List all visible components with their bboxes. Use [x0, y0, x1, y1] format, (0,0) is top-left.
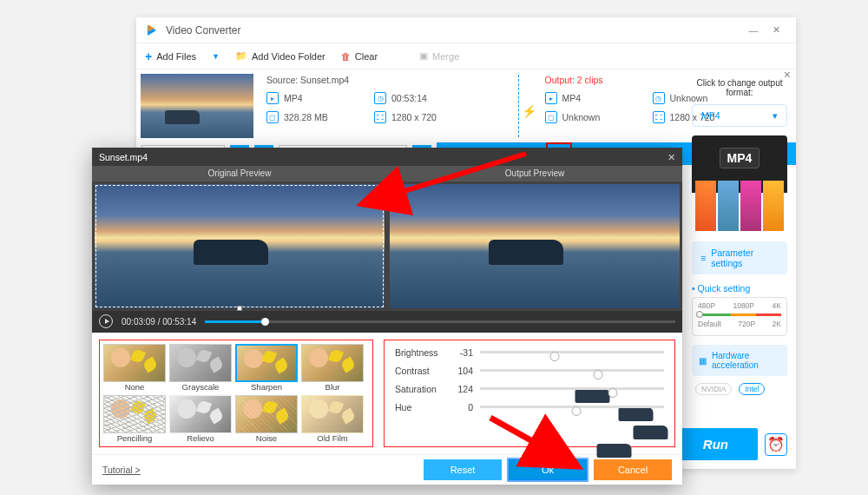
output-preview [390, 184, 680, 307]
dialog-titlebar: Sunset.mp4 ✕ [92, 148, 682, 166]
folder-icon: 📁 [235, 50, 247, 62]
nvidia-badge: NVIDIA [695, 383, 732, 395]
app-title: Video Converter [166, 24, 241, 36]
effect-old film[interactable]: Old Film [301, 395, 364, 443]
effect-label: Sharpen [235, 382, 298, 392]
adjustments-panel: Brightness-31 Contrast104 Saturation124 … [384, 340, 675, 447]
merge-button[interactable]: ▣Merge [419, 50, 459, 62]
effect-thumb [103, 344, 166, 382]
brightness-slider[interactable]: Brightness-31 [395, 347, 664, 358]
parameter-settings-button[interactable]: ≡Parameter settings [692, 241, 787, 274]
effect-sharpen[interactable]: Sharpen [235, 344, 298, 392]
preview-area [92, 182, 682, 310]
effect-label: Grayscale [169, 382, 232, 392]
format-icon: ▸ [266, 92, 279, 104]
dialog-footer: Tutorial > Reset Ok Cancel [92, 454, 682, 485]
effect-thumb [301, 395, 364, 433]
output-format: ▸MP4 [545, 92, 632, 104]
quick-setting-slider[interactable]: 480P1080P4K Default720P2K [692, 297, 787, 336]
clear-button[interactable]: 🗑Clear [341, 51, 378, 62]
effect-thumb [235, 344, 298, 382]
add-files-button[interactable]: +Add Files [145, 50, 196, 63]
trash-icon: 🗑 [341, 51, 351, 62]
effect-pencilling[interactable]: Pencilling [103, 395, 166, 443]
schedule-button[interactable]: ⏰ [765, 433, 787, 456]
format-icon: ▸ [545, 92, 557, 104]
titlebar: Video Converter — ✕ [136, 17, 796, 43]
effect-thumb [169, 395, 232, 433]
clock-icon: ◷ [374, 92, 386, 104]
effect-none[interactable]: None [103, 344, 166, 392]
effects-dialog: Sunset.mp4 ✕ Original Preview Output Pre… [92, 148, 682, 485]
effect-grayscale[interactable]: Grayscale [169, 344, 232, 392]
effect-relievo[interactable]: Relievo [169, 395, 232, 443]
contrast-slider[interactable]: Contrast104 [395, 366, 664, 376]
hw-badges: NVIDIAIntel [692, 376, 787, 402]
run-button[interactable]: Run [674, 428, 758, 460]
resolution-icon: ⛶ [374, 111, 386, 123]
intel-badge: Intel [739, 383, 765, 395]
quick-setting-label: • Quick setting [692, 283, 787, 294]
source-resolution: ⛶1280 x 720 [374, 111, 461, 123]
source-info: Source: Sunset.mp4 ▸MP4 ◷00:53:14 ▢328.2… [258, 75, 519, 137]
change-format-label: Click to change output format: [692, 78, 787, 97]
tutorial-link[interactable]: Tutorial > [102, 465, 141, 475]
effect-thumb [103, 395, 166, 433]
output-format-select[interactable]: MP4▾ [692, 104, 787, 127]
effect-label: Old Film [301, 433, 364, 443]
close-button[interactable]: ✕ [765, 22, 787, 39]
effect-thumb [169, 344, 232, 382]
right-panel: Click to change output format: MP4▾ MP4 … [683, 69, 796, 411]
original-preview[interactable] [95, 184, 385, 307]
effect-label: Blur [301, 382, 364, 392]
effect-label: Pencilling [103, 433, 166, 443]
dialog-close-icon[interactable]: ✕ [667, 152, 675, 162]
effect-noise[interactable]: Noise [235, 395, 298, 443]
original-preview-label: Original Preview [92, 166, 387, 182]
saturation-slider[interactable]: Saturation124 [395, 384, 664, 394]
effects-panel: NoneGrayscaleSharpenBlurPencillingReliev… [99, 340, 373, 447]
playback-bar: 00:03:09 / 00:53:14 [92, 311, 682, 333]
play-button[interactable] [99, 314, 113, 328]
add-files-dropdown-icon[interactable]: ▼ [212, 52, 220, 61]
chevron-down-icon: ▾ [773, 110, 778, 121]
format-preview[interactable]: MP4 [692, 135, 787, 231]
crop-handle[interactable] [237, 306, 242, 311]
ok-button[interactable]: Ok [509, 459, 587, 480]
app-logo-icon [145, 23, 159, 37]
effect-blur[interactable]: Blur [301, 344, 364, 392]
preview-header: Original Preview Output Preview [92, 166, 682, 182]
effect-thumb [235, 395, 298, 433]
merge-icon: ▣ [419, 50, 428, 62]
hardware-accel-button[interactable]: ▦Hardware acceleration [692, 345, 787, 376]
source-label: Source: Sunset.mp4 [266, 75, 510, 85]
effect-label: None [103, 382, 166, 392]
sliders-icon: ≡ [700, 253, 706, 263]
effect-label: Noise [235, 433, 298, 443]
main-toolbar: +Add Files ▼ 📁Add Video Folder 🗑Clear ▣M… [136, 43, 796, 69]
reset-button[interactable]: Reset [424, 459, 502, 480]
size-icon: ▢ [545, 111, 557, 123]
mp4-badge: MP4 [720, 148, 760, 168]
effect-label: Relievo [169, 433, 232, 443]
add-folder-button[interactable]: 📁Add Video Folder [235, 50, 326, 62]
output-size: ▢Unknown [545, 111, 632, 123]
effect-thumb [301, 344, 364, 382]
clock-icon: ◷ [653, 92, 665, 104]
source-size: ▢328.28 MB [266, 111, 353, 123]
plus-icon: + [145, 50, 152, 63]
convert-lightning-icon: ⚡ [522, 104, 536, 118]
dialog-filename: Sunset.mp4 [99, 152, 148, 162]
source-duration: ◷00:53:14 [374, 92, 461, 104]
video-thumbnail [141, 74, 253, 138]
chip-icon: ▦ [699, 356, 707, 366]
source-format: ▸MP4 [266, 92, 353, 104]
seek-slider[interactable] [205, 320, 675, 323]
output-preview-label: Output Preview [387, 166, 682, 182]
resolution-icon: ⛶ [653, 111, 665, 123]
minimize-button[interactable]: — [742, 22, 765, 39]
cancel-button[interactable]: Cancel [594, 459, 672, 480]
time-display: 00:03:09 / 00:53:14 [122, 317, 196, 327]
size-icon: ▢ [266, 111, 279, 123]
